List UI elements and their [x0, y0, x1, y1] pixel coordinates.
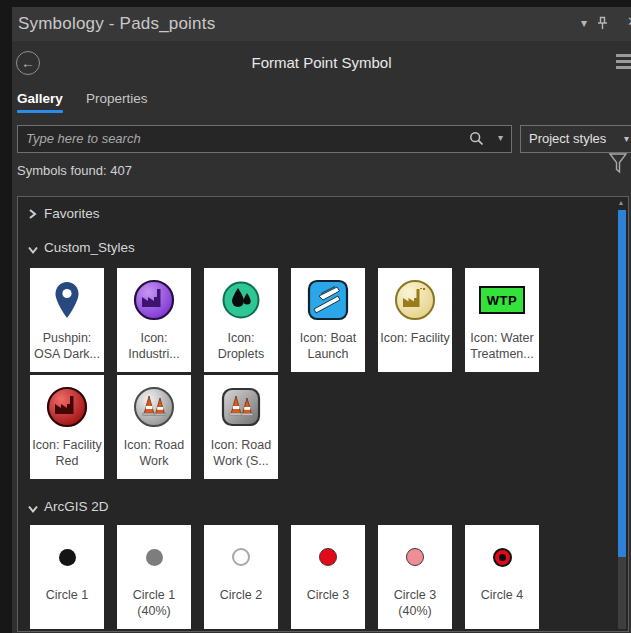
symbol-tile-label: Icon: Road Work	[119, 437, 189, 470]
symbol-tile-label: Circle 1 (40%)	[119, 587, 189, 620]
symbol-tile-label: Icon: Boat Launch	[293, 330, 363, 363]
traffic-cones-circle-icon	[117, 379, 191, 435]
pane-titlebar: Symbology - Pads_points ▾ ✕	[12, 7, 631, 41]
menu-icon[interactable]	[616, 54, 631, 72]
symbol-tile-label: Circle 3	[293, 587, 363, 603]
tab-gallery[interactable]: Gallery	[17, 91, 63, 106]
pane-title: Symbology - Pads_points	[18, 14, 215, 34]
tab-bar: Gallery Properties	[12, 85, 631, 125]
section-label: ArcGIS 2D	[44, 499, 109, 514]
search-placeholder: Type here to search	[26, 126, 141, 152]
symbol-tile-circle-1-40[interactable]: Circle 1 (40%)	[117, 525, 191, 629]
circle-red-icon	[291, 529, 365, 585]
circle-outline-icon	[204, 529, 278, 585]
symbol-tile-industrial[interactable]: Icon: Industri...	[117, 268, 191, 372]
caret-down-icon[interactable]: ▾	[581, 16, 587, 30]
chevron-down-icon	[27, 502, 39, 517]
symbol-tile-label: Circle 2	[206, 587, 276, 603]
symbol-tile-circle-4[interactable]: Circle 4	[465, 525, 539, 629]
chevron-down-icon: ▾	[624, 133, 629, 144]
droplets-circle-icon	[204, 272, 278, 328]
symbol-tile-droplets[interactable]: Icon: Droplets	[204, 268, 278, 372]
symbol-tile-boat-launch[interactable]: Icon: Boat Launch	[291, 268, 365, 372]
circle-black-icon	[30, 529, 104, 585]
pane-header: ← Format Point Symbol	[12, 41, 631, 85]
section-label: Custom_Styles	[44, 240, 135, 255]
symbol-gallery: Favorites Custom_Styles Pushpin: OSA Dar…	[17, 196, 629, 632]
page-title: Format Point Symbol	[12, 41, 631, 85]
tab-gallery-label: Gallery	[17, 91, 63, 106]
pushpin-icon	[30, 272, 104, 328]
search-input[interactable]: Type here to search ▾	[17, 125, 512, 153]
filter-icon[interactable]	[608, 152, 628, 180]
symbol-tile-water-treatment[interactable]: WTP Icon: Water Treatmen...	[465, 268, 539, 372]
symbol-tile-label: Circle 3 (40%)	[380, 587, 450, 620]
symbol-tile-label: Circle 1	[32, 587, 102, 603]
symbol-tile-label: Icon: Water Treatmen...	[467, 330, 537, 363]
symbol-tile-pushpin-osa[interactable]: Pushpin: OSA Dark...	[30, 268, 104, 372]
search-icon[interactable]	[469, 131, 485, 151]
tab-properties-label: Properties	[86, 91, 148, 106]
symbols-found-status: Symbols found: 407	[17, 163, 132, 178]
factory-red-circle-icon	[30, 379, 104, 435]
symbol-tile-circle-2[interactable]: Circle 2	[204, 525, 278, 629]
circle-gray-icon	[117, 529, 191, 585]
chevron-right-icon	[27, 208, 37, 223]
boat-launch-square-icon	[291, 272, 365, 328]
chevron-down-icon	[27, 243, 39, 258]
tab-properties[interactable]: Properties	[86, 91, 148, 106]
symbol-tile-circle-1[interactable]: Circle 1	[30, 525, 104, 629]
circle-red-dot-icon	[465, 529, 539, 585]
symbol-tile-label: Icon: Facility Red	[32, 437, 102, 470]
symbol-tile-facility-red[interactable]: Icon: Facility Red	[30, 375, 104, 479]
symbol-tile-facility[interactable]: Icon: Facility	[378, 268, 452, 372]
active-tab-underline	[17, 110, 63, 113]
pin-icon[interactable]	[596, 16, 609, 35]
scrollbar-thumb[interactable]	[618, 210, 626, 557]
symbology-pane: Symbology - Pads_points ▾ ✕ ← Format Poi…	[12, 7, 631, 633]
scrollbar-track[interactable]	[618, 210, 626, 629]
scroll-up-icon[interactable]: ▲	[617, 199, 625, 206]
search-options-caret-icon[interactable]: ▾	[498, 132, 503, 143]
symbol-tile-circle-3[interactable]: Circle 3	[291, 525, 365, 629]
factory-yellow-circle-icon	[378, 272, 452, 328]
symbol-tile-road-work-square[interactable]: Icon: Road Work (S...	[204, 375, 278, 479]
symbol-tile-label: Circle 4	[467, 587, 537, 603]
factory-purple-circle-icon	[117, 272, 191, 328]
style-scope-dropdown[interactable]: Project styles ▾	[520, 125, 631, 153]
symbol-tile-label: Icon: Industri...	[119, 330, 189, 363]
symbol-tile-label: Pushpin: OSA Dark...	[32, 330, 102, 363]
symbol-tile-road-work[interactable]: Icon: Road Work	[117, 375, 191, 479]
symbol-tile-label: Icon: Droplets	[206, 330, 276, 363]
symbol-tile-circle-3-40[interactable]: Circle 3 (40%)	[378, 525, 452, 629]
section-label: Favorites	[44, 206, 100, 221]
circle-pink-icon	[378, 529, 452, 585]
symbol-tile-label: Icon: Road Work (S...	[206, 437, 276, 470]
symbol-tile-label: Icon: Facility	[380, 330, 450, 346]
wtp-badge-text: WTP	[479, 286, 525, 314]
style-scope-label: Project styles	[529, 126, 606, 152]
traffic-cones-square-icon	[204, 379, 278, 435]
wtp-badge-icon: WTP	[465, 272, 539, 328]
close-icon[interactable]: ✕	[627, 14, 631, 29]
